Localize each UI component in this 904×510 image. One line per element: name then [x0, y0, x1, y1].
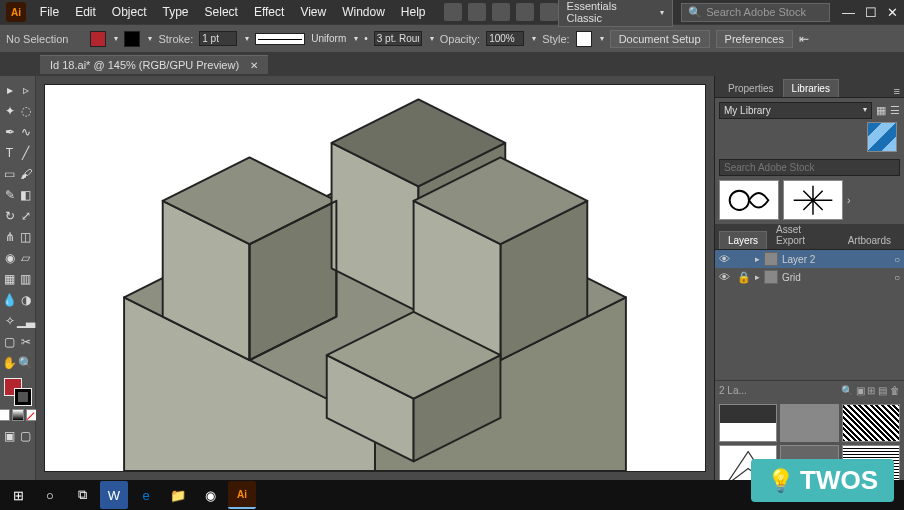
target-icon[interactable]: ○ [894, 272, 900, 283]
artboard[interactable] [44, 84, 706, 472]
expand-icon[interactable]: ▸ [755, 254, 760, 264]
fill-stroke-swatch[interactable] [4, 378, 32, 406]
visibility-icon[interactable]: 👁 [719, 253, 733, 265]
panel-menu-icon[interactable]: ≡ [894, 85, 900, 97]
tab-properties[interactable]: Properties [719, 79, 783, 97]
slice-tool[interactable]: ✂ [18, 332, 34, 352]
list-view-icon[interactable]: ☰ [890, 104, 900, 117]
canvas-area[interactable] [36, 76, 714, 480]
menu-object[interactable]: Object [104, 5, 155, 19]
blend-tool[interactable]: ◑ [18, 290, 34, 310]
library-asset-1[interactable] [719, 180, 779, 220]
library-asset-2[interactable] [783, 180, 843, 220]
layer-name[interactable]: Layer 2 [782, 254, 815, 265]
layer-row[interactable]: 👁 🔒 ▸ Grid ○ [715, 268, 904, 286]
feedback-icon[interactable] [540, 3, 558, 21]
lock-icon[interactable]: 🔒 [737, 271, 751, 284]
pen-tool[interactable]: ✒ [2, 122, 18, 142]
symbol-spray-tool[interactable]: ✧ [2, 311, 18, 331]
stroke-box[interactable] [14, 388, 32, 406]
stroke-size-input[interactable] [199, 31, 237, 46]
target-icon[interactable]: ○ [894, 254, 900, 265]
chevron-down-icon[interactable]: ▾ [600, 34, 604, 43]
perspective-tool[interactable]: ▱ [18, 248, 34, 268]
hand-tool[interactable]: ✋ [2, 353, 18, 373]
tab-layers[interactable]: Layers [719, 231, 767, 249]
opacity-input[interactable] [486, 31, 524, 46]
search-icon[interactable]: ○ [36, 481, 64, 509]
gradient-mode-icon[interactable] [12, 409, 24, 421]
menu-file[interactable]: File [32, 5, 67, 19]
selection-tool[interactable]: ▸ [2, 80, 18, 100]
menu-effect[interactable]: Effect [246, 5, 292, 19]
asset-thumb[interactable] [842, 404, 900, 442]
task-view-icon[interactable]: ⧉ [68, 481, 96, 509]
library-search-input[interactable] [719, 159, 900, 176]
fill-swatch[interactable] [90, 31, 106, 47]
gradient-tool[interactable]: ▥ [18, 269, 34, 289]
width-tool[interactable]: ⋔ [2, 227, 18, 247]
word-icon[interactable]: W [100, 481, 128, 509]
stock-icon[interactable] [468, 3, 486, 21]
tab-artboards[interactable]: Artboards [839, 231, 900, 249]
search-adobe-stock[interactable]: 🔍 Search Adobe Stock [681, 3, 830, 22]
graph-tool[interactable]: ▁▃ [18, 311, 34, 331]
lasso-tool[interactable]: ◌ [18, 101, 34, 121]
curvature-tool[interactable]: ∿ [18, 122, 34, 142]
library-selector[interactable]: My Library ▾ [719, 102, 872, 119]
tab-asset-export[interactable]: Asset Export [767, 220, 839, 249]
screen-mode-full[interactable]: ▢ [18, 426, 34, 446]
zoom-tool[interactable]: 🔍 [18, 353, 34, 373]
stroke-swatch[interactable] [124, 31, 140, 47]
minimize-icon[interactable]: — [842, 5, 855, 20]
line-tool[interactable]: ╱ [18, 143, 34, 163]
maximize-icon[interactable]: ☐ [865, 5, 877, 20]
menu-select[interactable]: Select [197, 5, 246, 19]
close-icon[interactable]: ✕ [887, 5, 898, 20]
brush-size-input[interactable] [374, 31, 422, 46]
arrange-icon[interactable] [492, 3, 510, 21]
chevron-down-icon[interactable]: ▾ [148, 34, 152, 43]
illustrator-taskbar-icon[interactable]: Ai [228, 481, 256, 509]
grid-view-icon[interactable]: ▦ [876, 104, 886, 117]
bridge-icon[interactable] [444, 3, 462, 21]
asset-thumb[interactable] [780, 404, 838, 442]
edge-icon[interactable]: e [132, 481, 160, 509]
layer-row[interactable]: 👁 ▸ Layer 2 ○ [715, 250, 904, 268]
gpu-icon[interactable] [516, 3, 534, 21]
eraser-tool[interactable]: ◧ [18, 185, 34, 205]
locate-icon[interactable]: 🔍 [841, 385, 853, 396]
menu-view[interactable]: View [292, 5, 334, 19]
chevron-down-icon[interactable]: ▾ [245, 34, 249, 43]
scroll-button-icon[interactable]: › [847, 194, 851, 206]
align-icon[interactable]: ⇤ [799, 32, 809, 46]
workspace-selector[interactable]: Essentials Classic ▾ [558, 0, 674, 27]
shaper-tool[interactable]: ✎ [2, 185, 18, 205]
cc-library-thumb[interactable] [867, 122, 897, 152]
visibility-icon[interactable]: 👁 [719, 271, 733, 283]
make-clip-icon[interactable]: ▣ [856, 385, 865, 396]
rectangle-tool[interactable]: ▭ [2, 164, 18, 184]
layer-name[interactable]: Grid [782, 272, 801, 283]
chevron-down-icon[interactable]: ▾ [532, 34, 536, 43]
screen-mode-normal[interactable]: ▣ [2, 426, 18, 446]
menu-type[interactable]: Type [155, 5, 197, 19]
chevron-down-icon[interactable]: ▾ [430, 34, 434, 43]
scale-tool[interactable]: ⤢ [18, 206, 34, 226]
expand-icon[interactable]: ▸ [755, 272, 760, 282]
start-button[interactable]: ⊞ [4, 481, 32, 509]
profile-label[interactable]: Uniform [311, 33, 346, 44]
style-swatch[interactable] [576, 31, 592, 47]
chevron-down-icon[interactable]: ▾ [354, 34, 358, 43]
free-transform-tool[interactable]: ◫ [18, 227, 34, 247]
preferences-button[interactable]: Preferences [716, 30, 793, 48]
brush-tool[interactable]: 🖌 [18, 164, 34, 184]
chevron-down-icon[interactable]: ▾ [114, 34, 118, 43]
menu-help[interactable]: Help [393, 5, 434, 19]
delete-icon[interactable]: 🗑 [890, 385, 900, 396]
new-layer-icon[interactable]: ▤ [878, 385, 887, 396]
type-tool[interactable]: T [2, 143, 18, 163]
new-sublayer-icon[interactable]: ⊞ [867, 385, 875, 396]
menu-window[interactable]: Window [334, 5, 393, 19]
chrome-icon[interactable]: ◉ [196, 481, 224, 509]
